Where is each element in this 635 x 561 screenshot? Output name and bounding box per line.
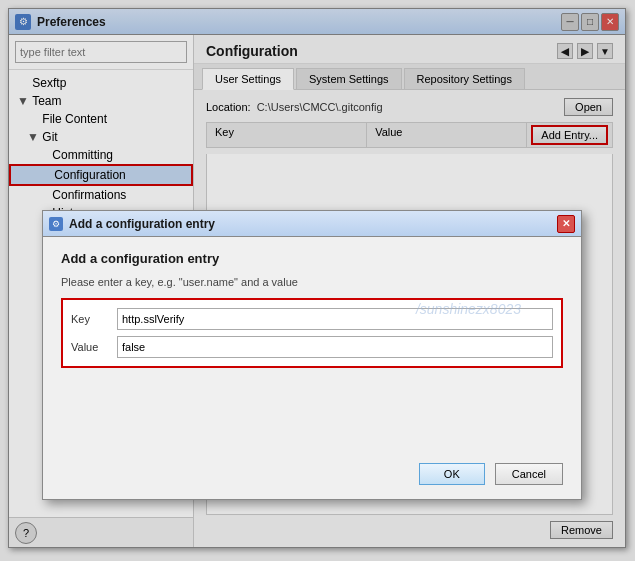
dialog-icon: ⚙: [49, 217, 63, 231]
value-row: Value: [71, 336, 553, 358]
dialog-close-button[interactable]: ✕: [557, 215, 575, 233]
dialog-heading: Add a configuration entry: [61, 251, 563, 266]
dialog-subtext: Please enter a key, e.g. "user.name" and…: [61, 276, 563, 288]
cancel-button[interactable]: Cancel: [495, 463, 563, 485]
key-row: Key: [71, 308, 553, 330]
key-input[interactable]: [117, 308, 553, 330]
add-config-dialog: ⚙ Add a configuration entry ✕ Add a conf…: [42, 210, 582, 500]
dialog-title: Add a configuration entry: [69, 217, 557, 231]
dialog-body: Add a configuration entry Please enter a…: [43, 237, 581, 382]
value-input[interactable]: [117, 336, 553, 358]
value-label: Value: [71, 341, 111, 353]
dialog-form: Key Value: [61, 298, 563, 368]
key-label: Key: [71, 313, 111, 325]
dialog-title-bar: ⚙ Add a configuration entry ✕: [43, 211, 581, 237]
dialog-footer: OK Cancel: [419, 463, 563, 485]
ok-button[interactable]: OK: [419, 463, 485, 485]
